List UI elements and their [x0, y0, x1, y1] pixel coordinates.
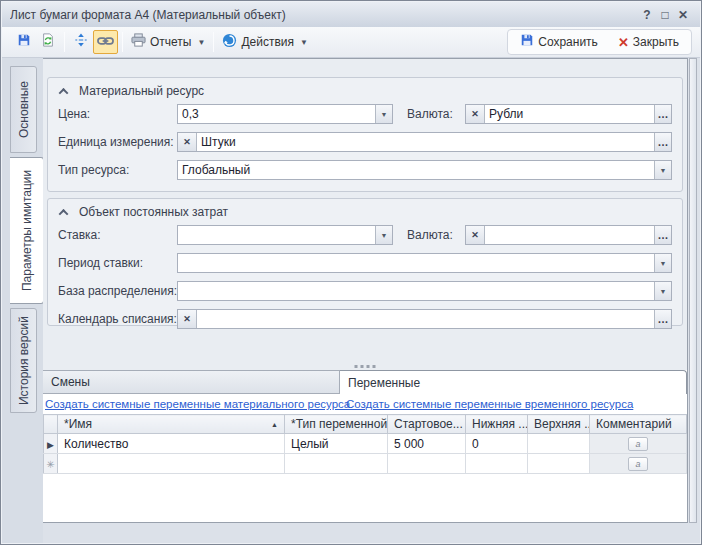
column-header-start[interactable]: Стартовое...: [388, 415, 466, 434]
column-header-name[interactable]: *Имя ▲: [58, 415, 285, 434]
vertical-scrollbar[interactable]: [689, 58, 697, 523]
distribution-base-value[interactable]: [178, 282, 654, 300]
group-title: Материальный ресурс: [79, 84, 204, 98]
column-header-upper[interactable]: Верхняя ...: [528, 415, 590, 434]
titlebar-close-button[interactable]: ✕: [674, 8, 692, 22]
ellipsis-button[interactable]: …: [654, 105, 671, 123]
cell-type[interactable]: Целый: [285, 434, 388, 454]
ellipsis-button[interactable]: …: [654, 133, 671, 151]
cell-start[interactable]: [388, 454, 466, 474]
maximize-button[interactable]: □: [656, 8, 674, 22]
clear-icon[interactable]: ✕: [466, 226, 485, 244]
unit-value[interactable]: Штуки: [197, 133, 654, 151]
currency-value[interactable]: Рубли: [485, 105, 654, 123]
sort-asc-icon: ▲: [271, 421, 278, 428]
window-title: Лист бумаги формата А4 (Материальный объ…: [10, 8, 638, 22]
group-material-resource: Материальный ресурс Цена: 0,3 ▼ Валюта: …: [47, 77, 683, 192]
cell-comment[interactable]: a: [590, 454, 687, 474]
comment-editor-button[interactable]: a: [628, 457, 648, 471]
create-temporal-variables-link[interactable]: Создать системные переменные временного …: [346, 398, 633, 410]
save-icon-button[interactable]: [12, 30, 36, 54]
combo-dropdown-icon[interactable]: ▼: [654, 282, 671, 300]
side-tab-main[interactable]: Основные: [10, 66, 37, 153]
cell-start[interactable]: 5 000: [388, 434, 466, 454]
main-content: Материальный ресурс Цена: 0,3 ▼ Валюта: …: [43, 58, 688, 523]
ellipsis-button[interactable]: …: [654, 310, 671, 328]
side-tab-version-history[interactable]: История версий: [10, 308, 37, 413]
rate-period-value[interactable]: [178, 254, 654, 272]
rate-currency-field[interactable]: ✕ …: [465, 225, 672, 245]
column-header-comment[interactable]: Комментарий: [590, 415, 687, 434]
distribution-base-combobox[interactable]: ▼: [177, 281, 672, 301]
chevron-down-icon: ▼: [300, 38, 308, 47]
cell-upper[interactable]: [528, 454, 590, 474]
resource-type-value[interactable]: Глобальный: [178, 161, 654, 179]
clear-icon[interactable]: ✕: [178, 133, 197, 151]
refresh-icon: [41, 33, 55, 51]
toolbar: Отчеты ▼ Действия ▼ Сохранить ✕ Закрыть: [2, 27, 700, 58]
help-button[interactable]: ?: [638, 8, 656, 22]
group-header[interactable]: Материальный ресурс: [48, 78, 682, 100]
currency-field[interactable]: ✕ Рубли …: [465, 104, 672, 124]
clear-icon[interactable]: ✕: [178, 310, 197, 328]
column-header-type[interactable]: *Тип переменной: [285, 415, 388, 434]
price-label: Цена:: [58, 107, 177, 121]
ellipsis-button[interactable]: …: [654, 226, 671, 244]
table-row: ▶ Количество Целый 5 000 0 a: [44, 434, 687, 454]
reports-button[interactable]: Отчеты ▼: [127, 30, 209, 54]
tab-shifts[interactable]: Смены: [43, 370, 340, 394]
save-button[interactable]: Сохранить: [516, 30, 602, 54]
close-button[interactable]: ✕ Закрыть: [614, 30, 683, 54]
rate-period-combobox[interactable]: ▼: [177, 253, 672, 273]
distribution-base-label: База распределения:: [58, 284, 177, 298]
clear-icon[interactable]: ✕: [466, 105, 485, 123]
cell-comment[interactable]: a: [590, 434, 687, 454]
cell-lower[interactable]: [466, 454, 528, 474]
rate-combobox[interactable]: ▼: [177, 225, 393, 245]
collapse-icon[interactable]: [59, 87, 69, 97]
collapse-icon[interactable]: [59, 208, 69, 218]
autofit-icon-button[interactable]: [69, 30, 93, 54]
side-tab-simulation-params[interactable]: Параметры имитации: [10, 157, 44, 304]
create-material-variables-link[interactable]: Создать системные переменные материально…: [45, 398, 346, 410]
row-indicator-cell: ✳: [44, 454, 58, 474]
writeoff-calendar-field[interactable]: ✕ …: [177, 309, 672, 329]
variables-table: *Имя ▲ *Тип переменной Стартовое... Нижн…: [43, 414, 687, 474]
combo-dropdown-icon[interactable]: ▼: [375, 226, 392, 244]
resource-type-combobox[interactable]: Глобальный ▼: [177, 160, 672, 180]
cell-name[interactable]: Количество: [58, 434, 285, 454]
comment-editor-button[interactable]: a: [628, 437, 648, 451]
price-value[interactable]: 0,3: [178, 105, 375, 123]
currency-label: Валюта:: [407, 107, 465, 121]
links-row: Создать системные переменные материально…: [43, 394, 687, 412]
link-icon: [97, 33, 114, 51]
combo-dropdown-icon[interactable]: ▼: [654, 254, 671, 272]
cell-type[interactable]: [285, 454, 388, 474]
combo-dropdown-icon[interactable]: ▼: [654, 161, 671, 179]
combo-dropdown-icon[interactable]: ▼: [375, 105, 392, 123]
actions-button[interactable]: Действия ▼: [218, 30, 312, 54]
rate-value[interactable]: [178, 226, 375, 244]
form-row: База распределения: ▼: [48, 277, 682, 305]
row-indicator-cell: ▶: [44, 434, 58, 454]
new-row-icon: ✳: [46, 459, 54, 470]
group-header[interactable]: Объект постоянных затрат: [48, 199, 682, 221]
refresh-icon-button[interactable]: [36, 30, 60, 54]
writeoff-calendar-value[interactable]: [197, 310, 654, 328]
tab-variables[interactable]: Переменные: [340, 370, 687, 394]
cell-upper[interactable]: [528, 434, 590, 454]
unit-field[interactable]: ✕ Штуки …: [177, 132, 672, 152]
splitter-handle[interactable]: [355, 365, 376, 368]
rate-currency-value[interactable]: [485, 226, 654, 244]
bottom-tab-pane: Смены Переменные Создать системные перем…: [43, 370, 687, 522]
column-header-lower[interactable]: Нижняя ...: [466, 415, 528, 434]
save-label: Сохранить: [538, 35, 598, 49]
rate-period-label: Период ставки:: [58, 256, 177, 270]
link-icon-button[interactable]: [93, 30, 118, 54]
cell-lower[interactable]: 0: [466, 434, 528, 454]
form-row: Единица измерения: ✕ Штуки …: [48, 128, 682, 156]
cell-name[interactable]: [58, 454, 285, 474]
chevron-down-icon: ▼: [197, 38, 205, 47]
table-new-row: ✳ a: [44, 454, 687, 474]
price-combobox[interactable]: 0,3 ▼: [177, 104, 393, 124]
